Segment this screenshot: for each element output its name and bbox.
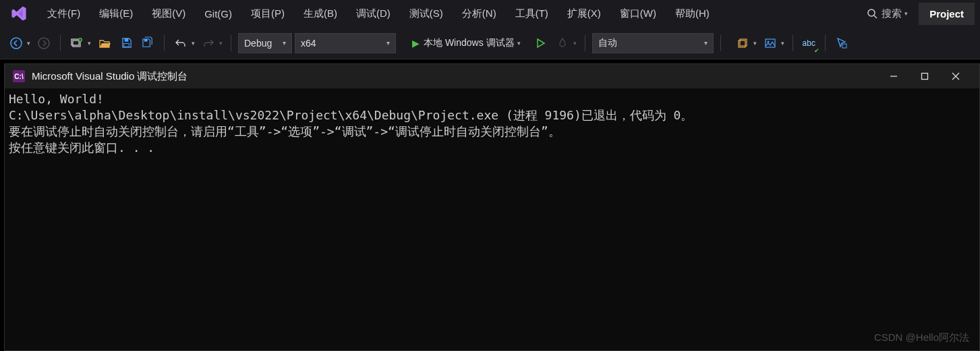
svg-point-13	[767, 40, 769, 43]
menu-window[interactable]: 窗口(W)	[610, 3, 666, 24]
start-debug-button[interactable]: ▶ 本地 Windows 调试器 ▾	[405, 33, 529, 53]
menu-tools[interactable]: 工具(T)	[506, 3, 558, 24]
process-dropdown[interactable]: 自动 ▾	[592, 33, 714, 53]
vs-logo-icon	[8, 3, 30, 24]
console-title: Microsoft Visual Studio 调试控制台	[32, 70, 188, 83]
search-icon	[867, 8, 877, 19]
chevron-down-icon: ▾	[517, 40, 522, 47]
menu-analyze[interactable]: 分析(N)	[453, 3, 506, 24]
abc-label: abc	[803, 38, 815, 48]
console-icon: C:\	[13, 70, 25, 82]
new-project-button[interactable]	[67, 34, 86, 53]
menu-edit[interactable]: 编辑(E)	[90, 3, 142, 24]
svg-rect-16	[922, 74, 928, 80]
cursor-select-button[interactable]	[832, 34, 851, 53]
save-button[interactable]	[117, 34, 136, 53]
svg-point-3	[38, 38, 49, 49]
nav-back-button[interactable]	[7, 34, 26, 53]
menubar: 文件(F) 编辑(E) 视图(V) Git(G) 项目(P) 生成(B) 调试(…	[0, 0, 980, 27]
separator	[792, 35, 793, 51]
separator	[164, 35, 165, 51]
chevron-down-icon[interactable]: ▾	[573, 40, 578, 47]
play-icon: ▶	[412, 38, 420, 49]
console-output[interactable]: Hello, World! C:\Users\alpha\Desktop\ins…	[5, 88, 979, 350]
menu-git[interactable]: Git(G)	[195, 4, 241, 24]
console-area: C:\ Microsoft Visual Studio 调试控制台 Hello,…	[0, 59, 980, 351]
menu-file[interactable]: 文件(F)	[38, 3, 90, 24]
console-window: C:\ Microsoft Visual Studio 调试控制台 Hello,…	[4, 63, 980, 351]
auto-label: 自动	[598, 37, 617, 49]
console-titlebar[interactable]: C:\ Microsoft Visual Studio 调试控制台	[5, 64, 979, 88]
menu-project[interactable]: 项目(P)	[241, 3, 294, 24]
menu-build[interactable]: 生成(B)	[294, 3, 347, 24]
separator	[720, 35, 721, 51]
open-file-button[interactable]	[95, 34, 114, 53]
redo-button[interactable]	[199, 34, 218, 53]
separator	[231, 35, 231, 51]
chevron-down-icon: ▾	[704, 39, 708, 47]
chevron-down-icon[interactable]: ▾	[781, 40, 786, 47]
chevron-down-icon[interactable]: ▾	[192, 40, 196, 47]
debugger-label: 本地 Windows 调试器	[424, 37, 515, 49]
menu-test[interactable]: 测试(S)	[400, 3, 453, 24]
chevron-down-icon: ▾	[904, 10, 909, 17]
close-button[interactable]	[940, 64, 971, 88]
save-all-button[interactable]	[138, 34, 157, 53]
minimize-button[interactable]	[878, 64, 909, 88]
menu-debug[interactable]: 调试(D)	[347, 3, 400, 24]
console-line: Hello, World!	[9, 92, 104, 106]
chevron-down-icon: ▾	[283, 39, 286, 47]
menu-extensions[interactable]: 扩展(X)	[558, 3, 610, 24]
svg-rect-8	[123, 43, 129, 47]
chevron-down-icon[interactable]: ▾	[219, 40, 224, 47]
abc-button[interactable]: abc ✔	[800, 34, 818, 53]
svg-point-0	[868, 9, 875, 16]
chevron-down-icon[interactable]: ▾	[27, 40, 32, 47]
hot-reload-button[interactable]	[553, 34, 572, 53]
separator	[825, 35, 826, 51]
start-without-debug-button[interactable]	[531, 34, 550, 53]
undo-button[interactable]	[171, 34, 190, 53]
svg-rect-7	[124, 38, 128, 42]
svg-point-2	[11, 38, 22, 49]
config-value: Debug	[244, 38, 272, 49]
platform-value: x64	[301, 38, 316, 49]
file-stack-button[interactable]	[733, 34, 752, 53]
console-line: 要在调试停止时自动关闭控制台，请启用“工具”->“选项”->“调试”->“调试停…	[9, 124, 560, 138]
menu-view[interactable]: 视图(V)	[142, 3, 195, 24]
svg-rect-9	[144, 39, 147, 42]
watermark: CSDN @Hello阿尔法	[874, 331, 969, 344]
search-label: 搜索	[882, 7, 902, 20]
console-line: 按任意键关闭此窗口. . .	[9, 140, 154, 155]
maximize-button[interactable]	[909, 64, 940, 88]
nav-forward-button[interactable]	[34, 34, 53, 53]
console-line: C:\Users\alpha\Desktop\install\vs2022\Pr…	[9, 108, 693, 122]
chevron-down-icon: ▾	[386, 39, 390, 47]
search-box[interactable]: 搜索 ▾	[861, 5, 915, 23]
toolbar: ▾ ▾ ▾ ▾ Debug ▾ x64 ▾ ▶ 本地 Windows 调试器 ▾	[0, 27, 980, 59]
chevron-down-icon[interactable]: ▾	[753, 40, 758, 47]
image-button[interactable]	[761, 34, 780, 53]
svg-rect-14	[842, 44, 846, 48]
platform-dropdown[interactable]: x64 ▾	[295, 33, 396, 53]
separator	[60, 35, 61, 51]
config-dropdown[interactable]: Debug ▾	[238, 33, 292, 53]
chevron-down-icon[interactable]: ▾	[88, 40, 92, 47]
svg-line-1	[874, 16, 877, 18]
solution-name: Project	[919, 3, 975, 25]
separator	[585, 35, 585, 51]
menu-help[interactable]: 帮助(H)	[666, 3, 719, 24]
